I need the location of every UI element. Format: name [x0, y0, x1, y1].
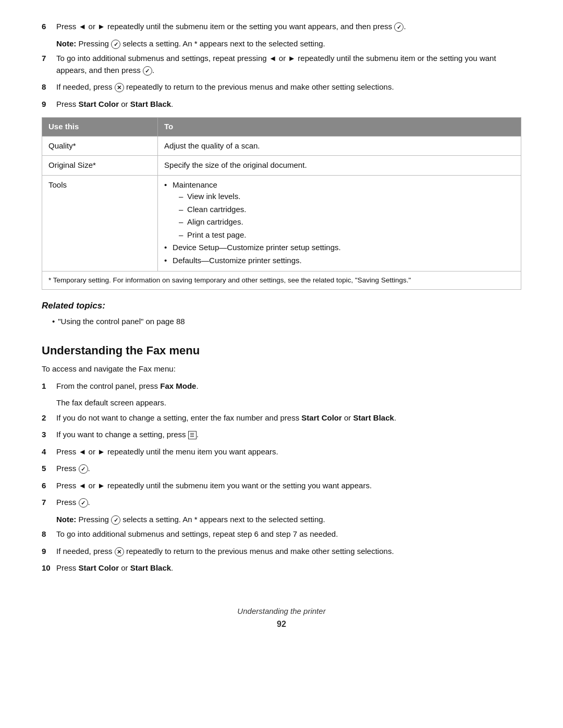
- fax-step-4-block: 4 Press ◄ or ► repeatedly until the menu…: [42, 446, 521, 458]
- start-color-label: Start Color: [79, 100, 119, 108]
- step-9-block: 9 Press Start Color or Start Black.: [42, 98, 521, 110]
- table-row-quality: Quality* Adjust the quality of a scan.: [42, 136, 521, 156]
- step-7-num: 7: [42, 53, 56, 65]
- note-step-6: Note: Pressing ✓ selects a setting. An *…: [56, 38, 521, 50]
- table-cell-tools-desc: Maintenance View ink levels. Clean cartr…: [158, 175, 521, 272]
- fax-step-5-content: Press ✓.: [56, 463, 521, 475]
- fax-stop-icon: ✕: [115, 547, 124, 557]
- fax-step-1-subnote: The fax default screen appears.: [56, 397, 521, 409]
- fax-step-9-num: 9: [42, 546, 56, 558]
- table-cell-original-size-name: Original Size*: [42, 156, 158, 176]
- fax-step-9-block: 9 If needed, press ✕ repeatedly to retur…: [42, 546, 521, 558]
- fax-step-10-block: 10 Press Start Color or Start Black.: [42, 562, 521, 574]
- step-6-content: Press ◄ or ► repeatedly until the submen…: [56, 21, 521, 33]
- fax-ok-icon-5: ✓: [79, 464, 88, 474]
- related-topics-heading: Related topics:: [42, 299, 521, 313]
- maintenance-sub-list: View ink levels. Clean cartridges. Align…: [177, 191, 515, 241]
- table-header-use-this: Use this: [42, 118, 158, 137]
- tools-list: Maintenance View ink levels. Clean cartr…: [164, 179, 515, 267]
- left-arrow-icon: ◄: [79, 22, 87, 31]
- step-6-num: 6: [42, 21, 56, 33]
- ok-icon-note: ✓: [111, 40, 120, 49]
- start-black-label: Start Black: [130, 100, 171, 108]
- ok-icon: ✓: [394, 22, 403, 32]
- fax-note-step-7: Note: Pressing ✓ selects a setting. An *…: [56, 514, 521, 526]
- fax-step-4-content: Press ◄ or ► repeatedly until the menu i…: [56, 446, 521, 458]
- fax-menu-heading: Understanding the Fax menu: [42, 342, 521, 359]
- fax-note-label: Note:: [56, 515, 76, 524]
- menu-icon: ☰: [188, 431, 197, 439]
- fax-step-3-content: If you want to change a setting, press ☰…: [56, 429, 521, 441]
- fax-start-black-label: Start Black: [353, 413, 394, 422]
- table-row-original-size: Original Size* Specify the size of the o…: [42, 156, 521, 176]
- table-cell-quality-desc: Adjust the quality of a scan.: [158, 136, 521, 156]
- fax-step-8-num: 8: [42, 528, 56, 540]
- sub-list-item-align: Align cartridges.: [177, 216, 515, 228]
- settings-table: Use this To Quality* Adjust the quality …: [42, 117, 521, 290]
- table-cell-quality-name: Quality*: [42, 136, 158, 156]
- fax-start-color-label: Start Color: [301, 413, 342, 422]
- fax-step-2-block: 2 If you do not want to change a setting…: [42, 412, 521, 424]
- stop-icon: ✕: [115, 83, 124, 92]
- fax-step-9-content: If needed, press ✕ repeatedly to return …: [56, 546, 521, 558]
- sub-list-item-ink: View ink levels.: [177, 191, 515, 203]
- step-6-block: 6 Press ◄ or ► repeatedly until the subm…: [42, 21, 521, 33]
- page-footer: Understanding the printer 92: [42, 606, 521, 631]
- fax-ok-icon-note: ✓: [111, 515, 120, 525]
- fax-step-3-block: 3 If you want to change a setting, press…: [42, 429, 521, 441]
- step-8-content: If needed, press ✕ repeatedly to return …: [56, 81, 521, 93]
- related-topics-list: "Using the control panel" on page 88: [52, 316, 521, 328]
- table-footnote-text: * Temporary setting. For information on …: [42, 272, 521, 290]
- fax-right-arrow-icon-6: ►: [97, 481, 105, 490]
- step-7-content: To go into additional submenus and setti…: [56, 53, 521, 76]
- fax-step-7-num: 7: [42, 497, 56, 509]
- fax-right-arrow-icon: ►: [97, 447, 105, 456]
- fax-step-10-num: 10: [42, 562, 56, 574]
- fax-step-8-block: 8 To go into additional submenus and set…: [42, 528, 521, 540]
- left-arrow-icon-2: ◄: [269, 54, 277, 63]
- table-row-tools: Tools Maintenance View ink levels. Clean…: [42, 175, 521, 272]
- table-cell-original-size-desc: Specify the size of the original documen…: [158, 156, 521, 176]
- fax-menu-intro: To access and navigate the Fax menu:: [42, 363, 521, 375]
- table-header-to: To: [158, 118, 521, 137]
- footer-title: Understanding the printer: [42, 606, 521, 618]
- fax-mode-label: Fax Mode: [160, 381, 196, 390]
- tools-list-item-device-setup: Device Setup—Customize printer setup set…: [164, 242, 515, 254]
- fax-step-6-block: 6 Press ◄ or ► repeatedly until the subm…: [42, 480, 521, 492]
- table-row-footnote: * Temporary setting. For information on …: [42, 272, 521, 290]
- sub-list-item-test: Print a test page.: [177, 229, 515, 241]
- note-label: Note:: [56, 39, 76, 48]
- fax-step-10-content: Press Start Color or Start Black.: [56, 562, 521, 574]
- fax-left-arrow-icon-6: ◄: [79, 481, 87, 490]
- right-arrow-icon: ►: [97, 22, 105, 31]
- related-topics-section: Related topics: "Using the control panel…: [42, 299, 521, 327]
- fax-step-4-num: 4: [42, 446, 56, 458]
- fax-step-3-num: 3: [42, 429, 56, 441]
- fax-step-1-content: From the control panel, press Fax Mode.: [56, 380, 521, 392]
- table-cell-tools-name: Tools: [42, 175, 158, 272]
- tools-list-item-maintenance: Maintenance View ink levels. Clean cartr…: [164, 179, 515, 241]
- step-9-content: Press Start Color or Start Black.: [56, 98, 521, 110]
- step-9-num: 9: [42, 98, 56, 110]
- fax-step-6-content: Press ◄ or ► repeatedly until the submen…: [56, 480, 521, 492]
- tools-list-item-defaults: Defaults—Customize printer settings.: [164, 255, 515, 267]
- fax-ok-icon-7: ✓: [79, 498, 88, 508]
- fax-step-1-num: 1: [42, 380, 56, 392]
- right-arrow-icon-2: ►: [288, 54, 296, 63]
- fax-step-5-num: 5: [42, 463, 56, 475]
- fax-step-8-content: To go into additional submenus and setti…: [56, 528, 521, 540]
- fax-step-5-block: 5 Press ✓.: [42, 463, 521, 475]
- fax-menu-section: Understanding the Fax menu To access and…: [42, 342, 521, 574]
- fax-step-10-start-black: Start Black: [130, 563, 171, 572]
- fax-step-6-num: 6: [42, 480, 56, 492]
- page-number: 92: [42, 618, 521, 631]
- ok-icon-2: ✓: [143, 66, 152, 76]
- fax-step-2-content: If you do not want to change a setting, …: [56, 412, 521, 424]
- step-8-block: 8 If needed, press ✕ repeatedly to retur…: [42, 81, 521, 93]
- related-topic-item: "Using the control panel" on page 88: [52, 316, 521, 328]
- fax-step-10-start-color: Start Color: [79, 563, 119, 572]
- step-7-block: 7 To go into additional submenus and set…: [42, 53, 521, 76]
- sub-list-item-clean: Clean cartridges.: [177, 204, 515, 216]
- fax-left-arrow-icon: ◄: [79, 447, 87, 456]
- step-8-num: 8: [42, 81, 56, 93]
